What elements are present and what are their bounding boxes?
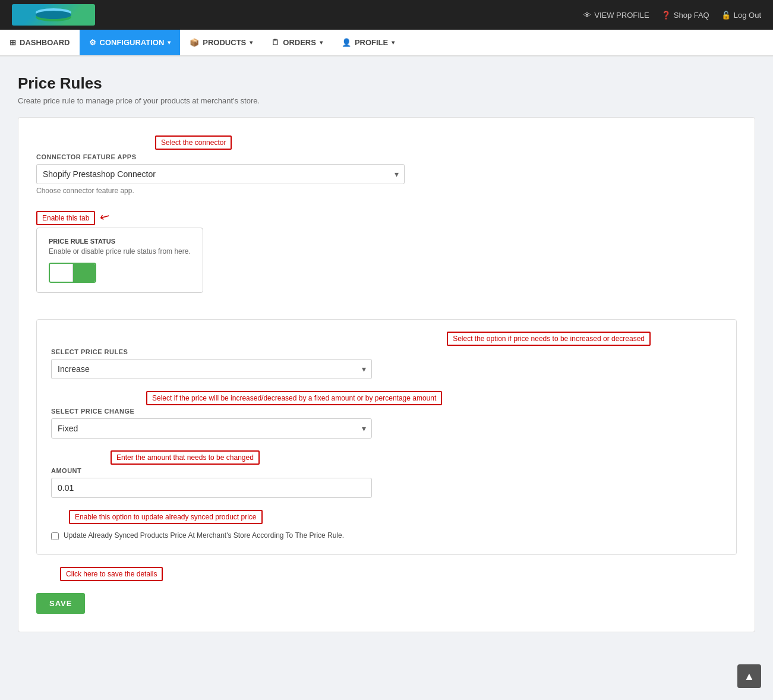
status-box-desc: Enable or disable price rule status from… — [49, 247, 191, 256]
price-rules-annotation: Select the option if price needs to be i… — [447, 332, 651, 346]
connector-section: Select the connector CONNECTOR FEATURE A… — [36, 135, 737, 195]
price-rule-status-box: PRICE RULE STATUS Enable or disable pric… — [36, 228, 203, 293]
price-change-label: SELECT PRICE CHANGE — [51, 408, 372, 415]
main-card: Select the connector CONNECTOR FEATURE A… — [18, 117, 755, 632]
connector-hint: Choose connector feature app. — [36, 187, 405, 195]
dashboard-icon: ⊞ — [10, 38, 16, 47]
connector-select[interactable]: Shopify Prestashop Connector — [36, 164, 405, 184]
nav-configuration[interactable]: ⚙ CONFIGURATION ▾ — [80, 30, 181, 55]
amount-input[interactable] — [51, 478, 372, 498]
logout-icon: 🔓 — [721, 11, 731, 20]
page-content: Price Rules Create price rule to manage … — [0, 56, 773, 668]
nav-dashboard[interactable]: ⊞ DASHBOARD — [0, 30, 80, 55]
logo — [12, 4, 95, 26]
connector-select-wrapper: Shopify Prestashop Connector — [36, 164, 405, 184]
status-section: Enable this tab ↙ PRICE RULE STATUS Enab… — [36, 209, 737, 305]
update-synced-checkbox[interactable] — [51, 532, 59, 540]
price-rules-select-wrapper: Increase Decrease — [51, 359, 372, 379]
caret-icon: ▾ — [168, 39, 171, 46]
connector-annotation: Select the connector — [155, 135, 232, 150]
amount-annotation: Enter the amount that needs to be change… — [111, 450, 260, 465]
update-synced-annotation: Enable this option to update already syn… — [69, 510, 263, 524]
question-icon: ❓ — [661, 11, 671, 20]
price-rules-label: SELECT PRICE RULES — [51, 348, 372, 355]
save-button[interactable]: SAVE — [36, 593, 85, 614]
eye-icon: 👁 — [583, 11, 591, 20]
price-change-section: Select if the price will be increased/de… — [51, 391, 722, 439]
status-box-title: PRICE RULE STATUS — [49, 238, 191, 245]
price-change-annotation: Select if the price will be increased/de… — [146, 391, 442, 405]
caret-icon: ▾ — [320, 39, 323, 46]
save-section: Click here to save the details SAVE — [36, 567, 737, 614]
main-navigation: ⊞ DASHBOARD ⚙ CONFIGURATION ▾ 📦 PRODUCTS… — [0, 30, 773, 56]
amount-label: AMOUNT — [51, 467, 372, 474]
save-annotation: Click here to save the details — [60, 567, 163, 581]
nav-orders[interactable]: 🗒 ORDERS ▾ — [262, 30, 332, 55]
update-synced-label: Update Already Synced Products Price At … — [64, 531, 344, 540]
price-change-select[interactable]: Fixed Percentage — [51, 418, 372, 439]
products-icon: 📦 — [190, 38, 199, 47]
connector-label: CONNECTOR FEATURE APPs — [36, 153, 405, 160]
annotation-arrow-down: ↙ — [97, 207, 113, 225]
page-subtitle: Create price rule to manage price of you… — [18, 96, 755, 105]
caret-icon: ▾ — [250, 39, 253, 46]
update-synced-section: Enable this option to update already syn… — [51, 510, 722, 540]
toggle-on[interactable] — [73, 264, 96, 282]
view-profile-link[interactable]: 👁 VIEW PROFILE — [583, 11, 649, 20]
amount-section: Enter the amount that needs to be change… — [51, 450, 722, 498]
price-change-select-wrapper: Fixed Percentage — [51, 418, 372, 439]
page-title: Price Rules — [18, 74, 755, 93]
update-synced-row: Update Already Synced Products Price At … — [51, 531, 722, 540]
top-navigation: 👁 VIEW PROFILE ❓ Shop FAQ 🔓 Log Out — [0, 0, 773, 30]
price-rules-select[interactable]: Increase Decrease — [51, 359, 372, 379]
price-rules-inner-card: Select the option if price needs to be i… — [36, 319, 737, 555]
scroll-to-top-button[interactable]: ▲ — [737, 664, 761, 668]
toggle-off[interactable] — [50, 264, 73, 282]
nav-profile[interactable]: 👤 PROFILE ▾ — [332, 30, 404, 55]
price-rules-section: Select the option if price needs to be i… — [51, 332, 722, 379]
nav-products[interactable]: 📦 PRODUCTS ▾ — [180, 30, 262, 55]
caret-icon: ▾ — [392, 39, 395, 46]
profile-icon: 👤 — [342, 38, 351, 47]
gear-icon: ⚙ — [89, 38, 96, 47]
orders-icon: 🗒 — [272, 38, 279, 47]
logout-link[interactable]: 🔓 Log Out — [721, 11, 761, 20]
status-toggle[interactable] — [49, 263, 96, 283]
shop-faq-link[interactable]: ❓ Shop FAQ — [661, 11, 709, 20]
top-nav-actions: 👁 VIEW PROFILE ❓ Shop FAQ 🔓 Log Out — [583, 11, 761, 20]
enable-tab-annotation: Enable this tab — [36, 211, 95, 225]
